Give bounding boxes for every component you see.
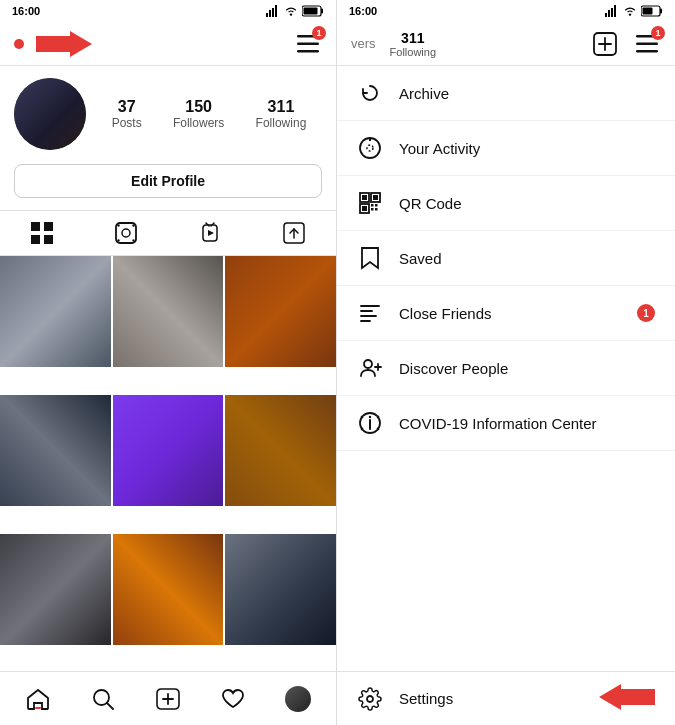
- svg-rect-0: [266, 13, 268, 17]
- svg-rect-3: [275, 5, 277, 17]
- svg-line-28: [107, 703, 113, 709]
- nav-profile[interactable]: [265, 672, 330, 725]
- close-friends-label: Close Friends: [399, 305, 621, 322]
- svg-rect-55: [375, 204, 378, 207]
- photo-cell-3[interactable]: [225, 256, 336, 367]
- wifi-icon: [283, 5, 299, 17]
- battery-icon: [302, 5, 324, 17]
- svg-rect-54: [371, 204, 374, 207]
- menu-item-archive[interactable]: Archive: [337, 66, 675, 121]
- svg-point-18: [132, 224, 134, 226]
- activity-label: Your Activity: [399, 140, 655, 157]
- nav-heart[interactable]: [200, 672, 265, 725]
- nav-home[interactable]: [6, 672, 71, 725]
- svg-rect-26: [35, 707, 41, 709]
- discover-icon: [357, 355, 383, 381]
- tab-grid[interactable]: [0, 211, 84, 255]
- igtv-icon: [199, 222, 221, 244]
- photo-cell-8[interactable]: [113, 534, 224, 645]
- svg-point-20: [132, 239, 134, 241]
- menu-item-activity[interactable]: Your Activity: [337, 121, 675, 176]
- photo-cell-1[interactable]: [0, 256, 111, 367]
- svg-rect-10: [297, 50, 319, 53]
- svg-rect-38: [643, 8, 653, 15]
- posts-count: 37: [118, 98, 136, 116]
- posts-label: Posts: [112, 116, 142, 130]
- status-bar-left: 16:00: [0, 0, 336, 22]
- following-count: 311: [268, 98, 295, 116]
- photo-cell-5[interactable]: [113, 395, 224, 506]
- add-post-icon: [156, 688, 180, 710]
- status-bar-right: 16:00: [337, 0, 675, 22]
- home-icon: [26, 688, 50, 710]
- covid-label: COVID-19 Information Center: [399, 415, 655, 432]
- tab-reels[interactable]: [84, 211, 168, 255]
- menu-icon-right[interactable]: 1: [633, 30, 661, 58]
- qr-label: QR Code: [399, 195, 655, 212]
- svg-marker-73: [599, 684, 655, 710]
- svg-rect-53: [362, 206, 367, 211]
- photo-cell-9[interactable]: [225, 534, 336, 645]
- nav-search[interactable]: [71, 672, 136, 725]
- left-phone-panel: 16:00 1: [0, 0, 337, 725]
- covid-icon: [357, 410, 383, 436]
- menu-item-discover[interactable]: Discover People: [337, 341, 675, 396]
- status-icons-right: [605, 5, 663, 17]
- svg-rect-11: [31, 222, 40, 231]
- settings-label[interactable]: Settings: [399, 690, 453, 707]
- tab-tagged[interactable]: [252, 211, 336, 255]
- svg-rect-49: [362, 195, 367, 200]
- svg-rect-9: [297, 42, 319, 45]
- photo-cell-6[interactable]: [225, 395, 336, 506]
- right-following-label: Following: [390, 46, 436, 58]
- svg-point-62: [364, 360, 372, 368]
- search-icon: [92, 688, 114, 710]
- tab-tv[interactable]: [168, 211, 252, 255]
- followers-count: 150: [185, 98, 212, 116]
- plus-square-icon: [593, 32, 617, 56]
- stats-row: 37 Posts 150 Followers 311 Following: [96, 98, 322, 130]
- svg-rect-57: [375, 208, 378, 211]
- right-phone-panel: 16:00 vers 311 Following: [337, 0, 675, 725]
- svg-rect-1: [269, 10, 271, 17]
- top-nav-left: 1: [0, 22, 336, 66]
- signal-icon: [266, 5, 280, 17]
- svg-rect-56: [371, 208, 374, 211]
- list-icon: [357, 300, 383, 326]
- red-arrow-left-annotation: [599, 684, 655, 710]
- menu-item-saved[interactable]: Saved: [337, 231, 675, 286]
- photo-cell-4[interactable]: [0, 395, 111, 506]
- grid-icon: [31, 222, 53, 244]
- svg-rect-44: [636, 50, 658, 53]
- red-dot: [14, 39, 24, 49]
- photo-cell-7[interactable]: [0, 534, 111, 645]
- time-right: 16:00: [349, 5, 377, 17]
- add-icon-right[interactable]: [591, 30, 619, 58]
- edit-profile-button[interactable]: Edit Profile: [14, 164, 322, 198]
- photo-cell-2[interactable]: [113, 256, 224, 367]
- avatar[interactable]: [14, 78, 86, 150]
- right-following-num: 311: [401, 30, 424, 46]
- menu-item-covid[interactable]: COVID-19 Information Center: [337, 396, 675, 451]
- menu-item-qr[interactable]: QR Code: [337, 176, 675, 231]
- svg-rect-35: [614, 5, 616, 17]
- svg-rect-32: [605, 13, 607, 17]
- menu-icon-left[interactable]: 1: [294, 30, 322, 58]
- menu-badge: 1: [312, 26, 326, 40]
- red-arrow-annotation: [36, 31, 92, 57]
- svg-point-4: [290, 13, 292, 15]
- following-label: Following: [256, 116, 307, 130]
- menu-item-close-friends[interactable]: Close Friends 1: [337, 286, 675, 341]
- bottom-nav-left: [0, 671, 336, 725]
- heart-icon: [221, 688, 245, 710]
- svg-point-19: [117, 239, 119, 241]
- svg-marker-7: [36, 31, 92, 57]
- activity-icon: [357, 135, 383, 161]
- menu-badge-right: 1: [651, 26, 665, 40]
- settings-icon[interactable]: [357, 686, 383, 712]
- nav-add[interactable]: [136, 672, 201, 725]
- qr-icon: [357, 190, 383, 216]
- svg-point-46: [367, 145, 373, 151]
- bookmark-icon: [357, 245, 383, 271]
- time-left: 16:00: [12, 5, 40, 17]
